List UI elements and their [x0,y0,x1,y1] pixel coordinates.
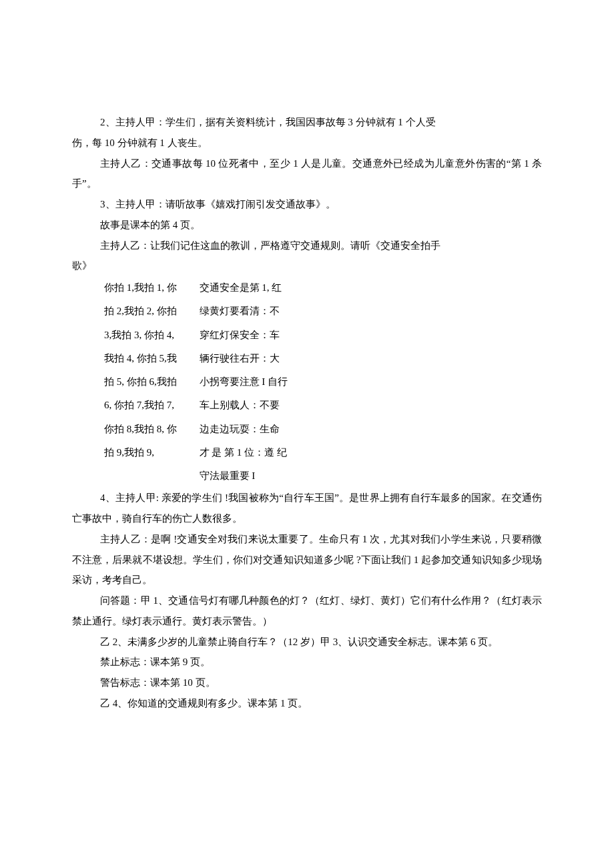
verse-left: 拍 9,我拍 9, [104,441,200,464]
paragraph: 乙 4、你知道的交通规则有多少。课本第 1 页。 [72,693,542,714]
document-page: 2、主持人甲：学生们，据有关资料统计，我国因事故每 3 分钟就有 1 个人受 伤… [0,0,614,767]
verse-line: 6, 你拍 7,我拍 7, 车上别载人：不要 [104,394,542,417]
verse-right: 穿红灯保安全：车 [200,324,543,347]
paragraph: 主持人乙：让我们记住这血的教训，严格遵守交通规则。请听《交通安全拍手 [72,236,542,256]
paragraph: 警告标志：课本第 10 页。 [72,673,542,693]
verse-left: 3,我拍 3, 你拍 4, [104,324,200,347]
verse-line: 我拍 4, 你拍 5,我 辆行驶往右开：大 [104,347,542,370]
verse-line: 3,我拍 3, 你拍 4, 穿红灯保安全：车 [104,324,542,347]
paragraph: 问答题：甲 1、交通信号灯有哪几种颜色的灯？（红灯、绿灯、黄灯）它们有什么作用？… [72,590,542,632]
paragraph: 2、主持人甲：学生们，据有关资料统计，我国因事故每 3 分钟就有 1 个人受 [72,112,542,133]
verse-line: 拍 2,我拍 2, 你拍 绿黄灯要看清：不 [104,300,542,323]
paragraph: 乙 2、未满多少岁的儿童禁止骑自行车？（12 岁）甲 3、认识交通安全标志。课本… [72,632,542,653]
verse-right: 边走边玩耍：生命 [200,418,543,441]
verse-left: 6, 你拍 7,我拍 7, [104,394,200,417]
verse-left: 拍 2,我拍 2, 你拍 [104,300,200,323]
verse-line: 拍 5, 你拍 6,我拍 小拐弯要注意 I 自行 [104,370,542,394]
verse-line: 拍 9,我拍 9, 才 是 第 1 位：遵 纪 [104,441,542,464]
paragraph: 主持人乙：是啊 !交通安全对我们来说太重要了。生命只有 1 次，尤其对我们小学生… [72,529,542,590]
verse-line: 你拍 1,我拍 1, 你 交通安全是第 1, 红 [104,276,542,300]
verse-right: 才 是 第 1 位：遵 纪 [200,441,543,464]
verse-line: 守法最重要 I [104,464,542,488]
verse-left: 拍 5, 你拍 6,我拍 [104,370,200,394]
verse-right: 车上别载人：不要 [200,394,543,417]
paragraph: 4、主持人甲: 亲爱的学生们 !我国被称为“自行车王国”。是世界上拥有自行车最多… [72,488,542,529]
paragraph: 3、主持人甲：请听故事《嬉戏打闹引发交通故事》。 [72,194,542,215]
verse-block: 你拍 1,我拍 1, 你 交通安全是第 1, 红 拍 2,我拍 2, 你拍 绿黄… [104,276,542,488]
verse-left: 我拍 4, 你拍 5,我 [104,347,200,370]
verse-left: 你拍 1,我拍 1, 你 [104,276,200,300]
verse-right: 守法最重要 I [200,464,543,488]
verse-right: 交通安全是第 1, 红 [200,276,543,300]
verse-right: 小拐弯要注意 I 自行 [200,370,543,394]
paragraph: 故事是课本的第 4 页。 [72,215,542,236]
paragraph: 禁止标志：课本第 9 页。 [72,652,542,673]
paragraph: 主持人乙：交通事故每 10 位死者中，至少 1 人是儿童。交通意外已经成为儿童意… [72,153,542,195]
verse-right: 绿黄灯要看清：不 [200,300,543,323]
paragraph: 歌》 [72,256,542,276]
verse-left [104,464,200,488]
verse-line: 你拍 8,我拍 8, 你 边走边玩耍：生命 [104,418,542,441]
verse-right: 辆行驶往右开：大 [200,347,543,370]
paragraph: 伤，每 10 分钟就有 1 人丧生。 [72,133,542,153]
verse-left: 你拍 8,我拍 8, 你 [104,418,200,441]
